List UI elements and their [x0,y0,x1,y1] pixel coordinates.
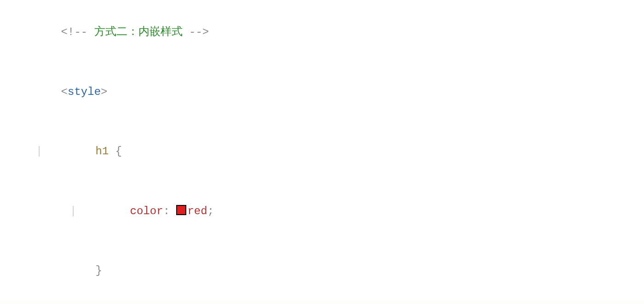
comment-text: 方式二：内嵌样式 [87,26,189,38]
angle-close: > [101,86,107,98]
semicolon: ; [207,205,214,217]
brace-close: } [96,264,102,277]
code-line[interactable]: } [0,241,644,301]
indent-guide: | [36,141,42,161]
tag-name: style [68,86,101,98]
code-line[interactable]: |color: red; [0,181,644,241]
brace-open: { [109,145,122,158]
css-value: red [187,205,207,217]
css-selector: h1 [96,145,109,158]
color-swatch-icon [176,205,186,215]
code-editor[interactable]: <!-- 方式二：内嵌样式 --> <style> |h1 { |color: … [0,0,644,304]
css-property: color [130,205,163,217]
code-line[interactable]: |h1 { [0,122,644,181]
code-line[interactable]: <!-- 方式二：内嵌样式 --> [0,2,644,62]
comment-open: <!-- [61,26,88,38]
indent-guide: | [70,201,76,221]
comment-close: --> [189,26,209,38]
colon: : [163,205,177,217]
angle-open: < [61,86,68,98]
code-line[interactable]: <style> [0,62,644,122]
code-line-current[interactable]: </style> I [0,301,644,304]
